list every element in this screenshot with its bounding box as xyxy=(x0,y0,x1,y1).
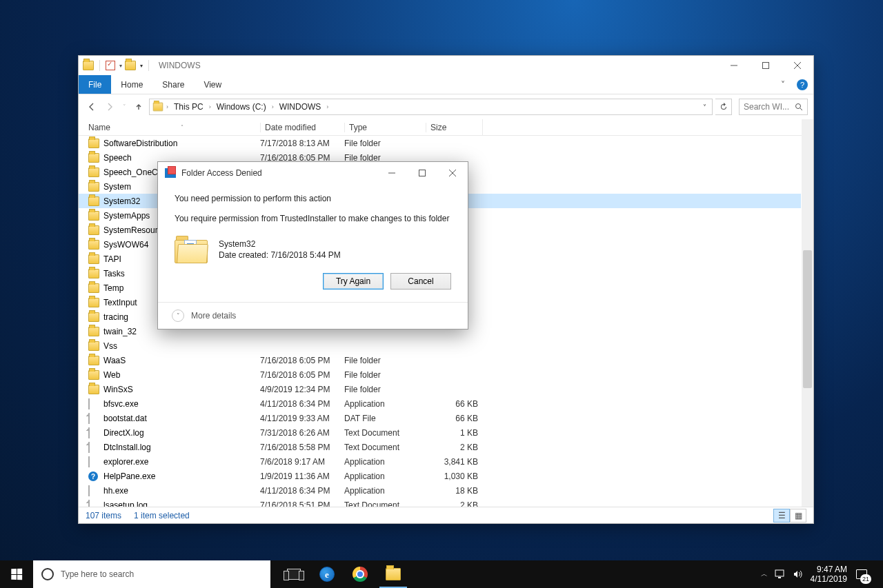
taskbar-chrome[interactable] xyxy=(344,560,377,588)
nav-recent-dropdown[interactable]: ˅ xyxy=(120,99,128,114)
help-icon: ? xyxy=(797,79,808,90)
icons-view-button[interactable]: ▦ xyxy=(790,509,806,523)
action-center-button[interactable]: 21 xyxy=(854,567,869,582)
table-row[interactable]: DirectX.log7/31/2018 6:26 AMText Documen… xyxy=(79,425,801,440)
help-button[interactable]: ? xyxy=(794,75,811,94)
row-type: Application xyxy=(344,472,426,481)
breadcrumb-dropdown[interactable]: ˅ xyxy=(700,103,709,111)
svg-rect-11 xyxy=(778,577,781,578)
chevron-right-icon[interactable]: › xyxy=(325,103,330,110)
pinned-apps xyxy=(277,560,410,588)
crumb-this-pc[interactable]: This PC xyxy=(171,101,206,113)
minimize-button[interactable] xyxy=(718,56,750,75)
qat-dropdown-icon[interactable]: ▾ xyxy=(119,63,122,69)
dialog-footer: ˅ More details xyxy=(158,302,468,329)
row-date: 1/9/2019 11:36 AM xyxy=(260,472,344,481)
try-again-button[interactable]: Try Again xyxy=(323,273,384,290)
close-button[interactable] xyxy=(782,56,813,75)
more-details-toggle[interactable]: More details xyxy=(191,311,236,321)
maximize-button[interactable] xyxy=(750,56,782,75)
svg-point-4 xyxy=(796,104,801,109)
cancel-button[interactable]: Cancel xyxy=(390,273,451,290)
volume-icon[interactable] xyxy=(793,569,804,579)
col-size[interactable]: Size xyxy=(426,123,482,132)
new-folder-icon[interactable] xyxy=(125,61,136,70)
table-row[interactable]: WaaS7/16/2018 6:05 PMFile folder xyxy=(79,353,801,367)
dialog-close-button[interactable] xyxy=(437,162,468,184)
folder-icon xyxy=(88,356,99,365)
start-button[interactable] xyxy=(0,560,33,588)
tab-home[interactable]: Home xyxy=(111,75,152,94)
qat-customize-icon[interactable]: ▾ xyxy=(140,63,143,69)
chevron-right-icon[interactable]: › xyxy=(165,103,170,110)
chevron-right-icon[interactable]: › xyxy=(270,103,275,110)
network-icon[interactable] xyxy=(775,569,786,579)
crumb-folder[interactable]: WINDOWS xyxy=(277,101,324,113)
tray-overflow-button[interactable]: ︿ xyxy=(761,569,768,579)
dialog-maximize-button[interactable] xyxy=(407,162,437,184)
folder-icon xyxy=(88,139,99,148)
table-row[interactable]: DtcInstall.log7/16/2018 5:58 PMText Docu… xyxy=(79,440,801,454)
table-row[interactable]: bfsvc.exe4/11/2018 6:34 PMApplication66 … xyxy=(79,396,801,411)
table-row[interactable]: hh.exe4/11/2018 6:34 PMApplication18 KB xyxy=(79,483,801,498)
col-type[interactable]: Type xyxy=(344,123,426,132)
row-name: DirectX.log xyxy=(103,428,260,438)
ribbon-expand-icon[interactable]: ˅ xyxy=(775,75,791,94)
row-size: 1 KB xyxy=(426,428,478,438)
view-switcher: ☰ ▦ xyxy=(773,509,806,523)
svg-line-5 xyxy=(800,108,802,110)
tab-view[interactable]: View xyxy=(194,75,231,94)
dialog-buttons: Try Again Cancel xyxy=(175,273,451,290)
window-title: WINDOWS xyxy=(159,61,201,70)
title-bar[interactable]: ▾ ▾ WINDOWS xyxy=(79,56,813,75)
folder-icon xyxy=(88,225,99,235)
status-item-count: 107 items xyxy=(86,511,121,520)
vertical-scrollbar[interactable] xyxy=(802,119,813,507)
taskbar-clock[interactable]: 9:47 AM 4/11/2019 xyxy=(811,565,847,585)
table-row[interactable]: explorer.exe7/6/2018 9:17 AMApplication3… xyxy=(79,454,801,469)
folder-icon xyxy=(88,196,99,206)
scroll-thumb[interactable] xyxy=(803,250,812,388)
table-row[interactable]: ?HelpPane.exe1/9/2019 11:36 AMApplicatio… xyxy=(79,469,801,483)
row-size: 66 KB xyxy=(426,399,478,409)
task-view-button[interactable] xyxy=(277,560,310,588)
table-row[interactable]: lsasetup.log7/16/2018 5:51 PMText Docume… xyxy=(79,498,801,507)
text-file-icon xyxy=(88,500,99,507)
row-type: File folder xyxy=(344,139,426,148)
nav-forward-button[interactable] xyxy=(102,99,117,114)
folder-icon xyxy=(88,182,99,192)
row-size: 2 KB xyxy=(426,500,478,507)
row-type: File folder xyxy=(344,356,426,365)
refresh-button[interactable] xyxy=(715,99,732,115)
table-row[interactable]: Web7/16/2018 6:05 PMFile folder xyxy=(79,367,801,382)
table-row[interactable]: SoftwareDistribution7/17/2018 8:13 AMFil… xyxy=(79,136,801,150)
taskbar-explorer[interactable] xyxy=(377,560,410,588)
col-date[interactable]: Date modified xyxy=(260,123,344,132)
separator xyxy=(99,60,100,71)
search-input[interactable]: Search WI... xyxy=(739,99,808,115)
breadcrumb[interactable]: › This PC › Windows (C:) › WINDOWS › ˅ xyxy=(149,99,713,115)
crumb-drive[interactable]: Windows (C:) xyxy=(214,101,269,113)
properties-icon[interactable] xyxy=(106,61,115,70)
taskbar-search[interactable]: Type here to search xyxy=(33,560,270,588)
chevron-down-icon[interactable]: ˅ xyxy=(172,310,184,322)
tab-share[interactable]: Share xyxy=(152,75,194,94)
row-name: hh.exe xyxy=(103,486,260,496)
tab-file[interactable]: File xyxy=(79,75,111,94)
taskbar-edge[interactable] xyxy=(310,560,344,588)
details-view-button[interactable]: ☰ xyxy=(773,509,790,523)
dialog-minimize-button[interactable] xyxy=(377,162,407,184)
table-row[interactable]: WinSxS4/9/2019 12:34 PMFile folder xyxy=(79,382,801,396)
system-tray: ︿ 9:47 AM 4/11/2019 21 xyxy=(761,560,883,588)
folder-icon xyxy=(88,211,99,221)
svg-rect-7 xyxy=(419,170,426,176)
col-name[interactable]: Name˄ xyxy=(79,123,260,132)
row-name: SoftwareDistribution xyxy=(103,139,260,148)
table-row[interactable]: Vss xyxy=(79,338,801,353)
nav-up-button[interactable] xyxy=(131,99,146,114)
nav-back-button[interactable] xyxy=(84,99,99,114)
chevron-right-icon[interactable]: › xyxy=(208,103,212,110)
dialog-titlebar[interactable]: Folder Access Denied xyxy=(158,162,468,184)
table-row[interactable]: bootstat.dat4/11/2019 9:33 AMDAT File66 … xyxy=(79,411,801,425)
svg-rect-1 xyxy=(763,63,769,69)
